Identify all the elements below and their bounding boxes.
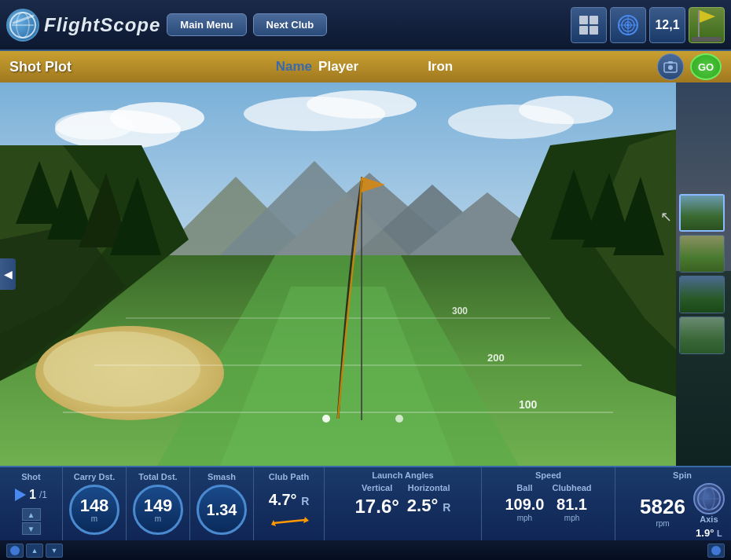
spin-label: Spin	[619, 470, 731, 480]
bottom-nav: ▲ ▼	[0, 540, 731, 560]
shot-next-button[interactable]: ▼	[22, 522, 41, 535]
logo-area: FlightScope	[6, 9, 160, 42]
total-dist-value: 149	[144, 497, 173, 514]
next-club-button[interactable]: Next Club	[253, 13, 328, 36]
course-view: 100 200 300 ◀	[0, 82, 731, 466]
ball-speed-value: 109.0	[505, 496, 544, 514]
smash-label: Smash	[208, 472, 236, 481]
screenshot-button[interactable]	[657, 53, 684, 80]
svg-rect-18	[668, 61, 673, 64]
vertical-label: Vertical	[362, 483, 392, 492]
bottom-nav-down[interactable]: ▼	[46, 544, 63, 558]
svg-marker-61	[303, 517, 309, 523]
horizontal-launch: Horizontal 2.5° R	[407, 483, 451, 518]
svg-rect-6	[590, 26, 598, 35]
clubhead-speed-unit: mph	[564, 514, 579, 522]
view-thumb-3[interactable]	[679, 276, 725, 313]
ball-speed-label: Ball	[516, 483, 532, 492]
speed-sub: Ball 109.0 mph Clubhead 81.1 mph	[485, 483, 612, 522]
bottom-nav-right	[707, 544, 725, 558]
shot-label: Shot	[21, 472, 40, 481]
clubhead-speed: Clubhead 81.1 mph	[552, 483, 591, 522]
smash-value: 1.34	[207, 501, 237, 519]
shot-plot-label: Shot Plot	[9, 59, 72, 75]
svg-point-49	[43, 331, 200, 407]
bottom-nav-action[interactable]	[707, 544, 725, 558]
spin-rpm: 5826 rpm	[640, 495, 685, 528]
total-dist-label: Total Dst.	[138, 472, 177, 481]
left-nav-arrow[interactable]: ◀	[0, 258, 16, 290]
spin-axis: Axis 1.9° L	[693, 483, 725, 539]
view-thumb-2[interactable]	[679, 235, 725, 273]
svg-point-67	[711, 546, 721, 555]
speed-label: Speed	[485, 470, 612, 480]
view-thumb-1[interactable]	[679, 194, 725, 232]
svg-text:100: 100	[519, 398, 538, 411]
bottom-nav-left: ▲ ▼	[6, 544, 63, 558]
spin-value: 5826	[640, 495, 685, 519]
shot-prev-button[interactable]: ▲	[22, 508, 41, 521]
club-type: Iron	[428, 59, 453, 75]
svg-marker-14	[700, 10, 715, 23]
svg-text:300: 300	[452, 306, 468, 317]
view-thumb-4[interactable]	[679, 317, 725, 354]
name-label: Name	[276, 59, 312, 75]
vertical-launch: Vertical 17.6°	[355, 483, 399, 518]
launch-angles-label: Launch Angles	[328, 470, 478, 480]
svg-point-59	[395, 415, 403, 423]
svg-point-22	[55, 112, 134, 140]
right-panel-thumbnails	[676, 82, 731, 466]
player-name: Player	[318, 59, 358, 75]
axis-label: Axis	[700, 514, 718, 524]
svg-rect-4	[590, 16, 598, 24]
carry-dist-value: 148	[80, 497, 109, 514]
main-menu-button[interactable]: Main Menu	[167, 13, 246, 36]
club-path-label: Club Path	[269, 472, 309, 481]
bottom-nav-up[interactable]: ▲	[26, 544, 43, 558]
spin-globe-icon	[693, 483, 725, 514]
brand-name: FlightScope	[44, 14, 160, 36]
clubhead-speed-label: Clubhead	[552, 483, 591, 492]
top-right-icons: 12,1	[571, 7, 725, 43]
svg-line-60	[274, 520, 305, 523]
flightscope-logo-icon	[6, 9, 39, 42]
player-info: Name Player Iron	[72, 59, 657, 75]
sub-header: Shot Plot Name Player Iron GO	[0, 51, 731, 82]
go-button[interactable]: GO	[690, 53, 722, 80]
svg-point-26	[519, 96, 613, 124]
ball-speed: Ball 109.0 mph	[505, 483, 544, 522]
clubhead-speed-value: 81.1	[557, 496, 587, 514]
svg-point-58	[322, 415, 330, 423]
bottom-nav-home[interactable]	[6, 544, 24, 558]
total-dist-unit: m	[155, 514, 161, 523]
carry-dist-unit: m	[91, 514, 97, 523]
shot-nav: ▲ ▼	[22, 508, 41, 535]
horizontal-label: Horizontal	[408, 483, 450, 492]
top-bar: FlightScope Main Menu Next Club	[0, 0, 731, 51]
temperature-display: 12,1	[649, 7, 685, 43]
launch-sub: Vertical 17.6° Horizontal 2.5° R	[328, 483, 478, 518]
total-dist-circle: 149 m	[133, 485, 183, 535]
carry-dist-label: Carry Dst.	[74, 472, 116, 481]
course-graphic: 100 200 300	[0, 82, 676, 466]
svg-point-17	[668, 65, 673, 70]
flag-icon-button[interactable]	[689, 7, 725, 43]
axis-value: 1.9° L	[696, 527, 722, 539]
grid-view-button[interactable]	[571, 7, 607, 43]
svg-rect-3	[579, 16, 588, 24]
vertical-value: 17.6°	[355, 496, 399, 518]
svg-point-24	[307, 90, 417, 119]
spin-unit: rpm	[656, 519, 669, 528]
club-path-arrow-icon	[270, 515, 309, 528]
spin-sub: 5826 rpm Axis 1.9° L	[619, 483, 731, 539]
smash-circle: 1.34	[197, 485, 247, 535]
sub-right-controls: GO	[657, 53, 722, 80]
ball-speed-unit: mph	[517, 514, 532, 522]
carry-dist-circle: 148 m	[69, 485, 119, 535]
temp-value: 12,1	[655, 18, 679, 32]
radar-button[interactable]	[610, 7, 646, 43]
svg-point-66	[10, 546, 20, 555]
shot-play-icon	[15, 489, 26, 501]
svg-rect-5	[579, 26, 588, 35]
club-path-value: 4.7° R	[269, 491, 310, 509]
